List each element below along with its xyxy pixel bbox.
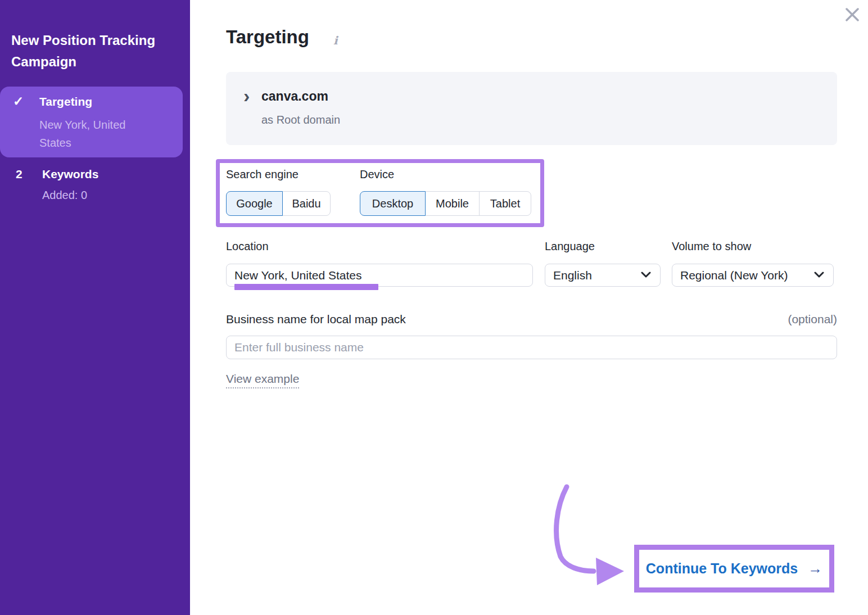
step-keywords-sublabel: Added: 0 bbox=[42, 189, 87, 202]
close-icon bbox=[843, 6, 861, 24]
segment-baidu[interactable]: Baidu bbox=[282, 191, 331, 216]
sidebar-title: New Position Tracking Campaign bbox=[11, 30, 181, 73]
device-label: Device bbox=[360, 168, 394, 181]
segment-mobile[interactable]: Mobile bbox=[425, 191, 480, 216]
language-select[interactable]: English bbox=[545, 264, 661, 287]
step-keywords-number: 2 bbox=[16, 168, 22, 181]
info-icon[interactable]: i bbox=[333, 34, 338, 47]
step-targeting-sublabel: New York, United States bbox=[39, 116, 155, 152]
check-icon: ✓ bbox=[13, 94, 24, 109]
sidebar-step-targeting[interactable]: ✓ Targeting New York, United States bbox=[0, 87, 183, 157]
page-title: Targeting bbox=[226, 26, 309, 48]
location-input[interactable] bbox=[226, 264, 533, 287]
step-targeting-label: Targeting bbox=[39, 95, 92, 108]
arrow-right-icon: → bbox=[808, 560, 822, 577]
volume-to-show-select[interactable]: Regional (New York) bbox=[672, 264, 834, 287]
chevron-right-icon: › bbox=[243, 86, 250, 105]
segment-tablet[interactable]: Tablet bbox=[479, 191, 531, 216]
business-name-label: Business name for local map pack bbox=[226, 313, 406, 326]
optional-label: (optional) bbox=[788, 313, 837, 326]
segment-google[interactable]: Google bbox=[226, 191, 283, 216]
volume-to-show-value: Regional (New York) bbox=[680, 269, 788, 282]
continue-to-keywords-label: Continue To Keywords bbox=[646, 560, 798, 577]
sidebar-step-keywords[interactable]: 2 Keywords Added: 0 bbox=[0, 162, 183, 218]
language-label: Language bbox=[545, 240, 595, 253]
chevron-down-icon bbox=[641, 272, 651, 278]
chevron-down-icon bbox=[814, 272, 824, 278]
continue-to-keywords-button[interactable]: Continue To Keywords → bbox=[639, 550, 829, 587]
volume-to-show-label: Volume to show bbox=[672, 240, 751, 253]
device-segmented-control: Desktop Mobile Tablet bbox=[360, 191, 531, 216]
new-position-tracking-modal: New Position Tracking Campaign ✓ Targeti… bbox=[0, 0, 868, 615]
view-example-link[interactable]: View example bbox=[226, 372, 299, 388]
language-value: English bbox=[553, 269, 592, 282]
annotation-arrow-icon bbox=[534, 475, 647, 599]
search-engine-label: Search engine bbox=[226, 168, 299, 181]
search-engine-segmented-control: Google Baidu bbox=[226, 191, 331, 216]
segment-desktop[interactable]: Desktop bbox=[360, 191, 426, 216]
continue-frame-annotation: Continue To Keywords → bbox=[634, 545, 834, 593]
location-label: Location bbox=[226, 240, 269, 253]
step-keywords-label: Keywords bbox=[42, 168, 98, 181]
domain-box[interactable]: › canva.com as Root domain bbox=[226, 72, 837, 145]
sidebar: New Position Tracking Campaign ✓ Targeti… bbox=[0, 0, 190, 615]
close-button[interactable] bbox=[840, 2, 865, 27]
domain-name: canva.com bbox=[261, 89, 328, 104]
domain-subtitle: as Root domain bbox=[261, 114, 340, 126]
business-name-input[interactable] bbox=[226, 336, 837, 359]
